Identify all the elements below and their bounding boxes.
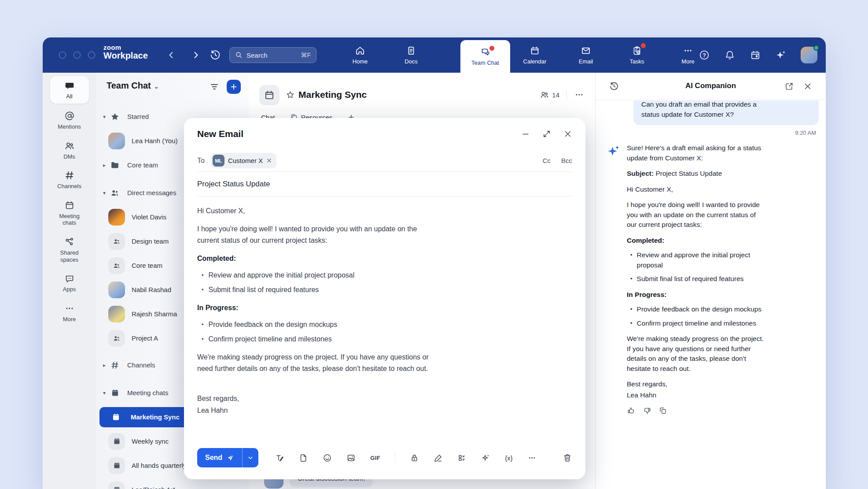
meeting-calendar-icon [108, 433, 125, 450]
rail-item-apps[interactable]: Apps [43, 273, 96, 293]
hash-icon [108, 360, 121, 370]
avatar [108, 282, 125, 298]
rail-item-more[interactable]: More [43, 303, 96, 323]
email-body-editor[interactable]: Hi Customer X, I hope you're doing well!… [197, 196, 523, 416]
copy-icon[interactable] [658, 406, 667, 415]
app-window: zoom Workplace Search ⌘F Home Do [43, 37, 826, 489]
form-icon[interactable] [457, 453, 467, 463]
group-avatar-icon [108, 257, 125, 274]
filter-icon[interactable] [209, 82, 220, 92]
svg-text:E: E [414, 458, 416, 460]
avatar [108, 133, 125, 149]
open-in-window-icon[interactable] [784, 82, 794, 91]
rail-item-dms[interactable]: DMs [43, 141, 96, 160]
close-window-button[interactable] [59, 52, 66, 59]
minimize-window-button[interactable] [74, 52, 81, 59]
expand-icon[interactable] [542, 130, 551, 138]
more-icon [683, 45, 693, 56]
more-options-icon[interactable] [527, 453, 537, 463]
email-icon [581, 45, 591, 56]
nav-home[interactable]: Home [346, 37, 374, 73]
docs-icon [406, 45, 416, 56]
star-outline-icon[interactable] [286, 90, 295, 100]
gif-icon[interactable]: GIF [370, 455, 380, 461]
to-field[interactable]: To ML Customer X Cc Bcc [197, 150, 572, 172]
notifications-icon[interactable] [724, 49, 736, 61]
nav-email[interactable]: Email [572, 37, 600, 73]
caret-down-icon[interactable]: ▾ [100, 114, 108, 120]
caret-right-icon[interactable]: ▸ [100, 362, 108, 368]
rail-item-channels[interactable]: Channels [43, 170, 96, 190]
response-feedback [627, 406, 819, 415]
topbar: zoom Workplace Search ⌘F Home Do [43, 37, 826, 73]
nav-tasks[interactable]: Tasks [623, 37, 651, 73]
rail-item-meeting-chats[interactable]: Meeting chats [43, 200, 96, 226]
channel-more-icon[interactable] [574, 89, 585, 100]
caret-right-icon[interactable]: ▸ [100, 162, 108, 168]
hash-icon [64, 170, 75, 181]
encrypt-icon[interactable]: E [410, 453, 419, 463]
nav-calendar[interactable]: Calendar [521, 37, 549, 73]
ai-companion-icon[interactable] [775, 49, 787, 61]
template-icon[interactable] [299, 453, 308, 463]
cc-button[interactable]: Cc [543, 157, 551, 164]
close-icon[interactable] [563, 130, 572, 138]
forward-button[interactable] [191, 50, 201, 60]
shared-spaces-icon [64, 237, 75, 247]
star-icon [108, 112, 121, 122]
ai-companion-panel: AI Companion Can you draft an email that… [595, 73, 826, 489]
nav-more[interactable]: More [674, 37, 702, 73]
zoom-window-button[interactable] [88, 52, 95, 59]
window-traffic-lights[interactable] [59, 52, 95, 59]
rail-item-all[interactable]: All [50, 76, 89, 104]
thumbs-down-icon[interactable] [643, 406, 651, 415]
history-icon[interactable] [209, 49, 221, 61]
minimize-icon[interactable] [521, 130, 530, 138]
nav-docs[interactable]: Docs [397, 37, 425, 73]
nav-team-chat[interactable]: Team Chat [460, 40, 510, 73]
emoji-icon[interactable] [323, 453, 332, 463]
people-icon [64, 141, 75, 151]
ai-compose-icon[interactable] [481, 453, 490, 463]
group-avatar-icon [108, 233, 125, 250]
meeting-calendar-icon [108, 388, 121, 397]
search-input[interactable]: Search ⌘F [229, 47, 316, 63]
caret-down-icon[interactable]: ▾ [100, 390, 108, 396]
variables-icon[interactable]: {x} [505, 454, 513, 462]
caret-down-icon[interactable]: ▾ [100, 190, 108, 196]
recipient-chip[interactable]: ML Customer X [211, 153, 276, 168]
back-button[interactable] [166, 50, 177, 60]
compose-toolbar: Send GIF E {x} [197, 448, 572, 468]
send-button-group[interactable]: Send [197, 448, 258, 467]
new-chat-button[interactable] [227, 80, 241, 94]
close-icon[interactable] [803, 82, 813, 91]
bcc-button[interactable]: Bcc [561, 157, 572, 164]
meeting-calendar-icon [64, 200, 75, 211]
thumbs-up-icon[interactable] [627, 406, 636, 415]
list-item: Review and approve the initial project p… [202, 270, 523, 281]
avatar [108, 306, 125, 322]
folder-icon [108, 160, 121, 170]
rail-item-mentions[interactable]: Mentions [43, 111, 96, 130]
new-email-modal: New Email To ML Customer X Cc Bcc Projec… [184, 118, 585, 479]
team-chat-title[interactable]: Team Chat ⌄ [107, 81, 159, 91]
subject-field[interactable]: Project Status Update [197, 172, 572, 196]
user-avatar[interactable] [801, 47, 817, 63]
delete-draft-icon[interactable] [563, 453, 572, 463]
remove-recipient-icon[interactable] [266, 158, 272, 163]
mention-icon [64, 111, 75, 121]
member-count[interactable]: 14 [540, 90, 559, 100]
signature-icon[interactable] [434, 453, 443, 463]
send-options-button[interactable] [243, 448, 258, 467]
schedule-icon[interactable] [750, 49, 761, 61]
help-icon[interactable]: ? [699, 49, 710, 61]
tasks-badge [641, 43, 646, 48]
recipient-avatar: ML [213, 155, 224, 167]
ai-conversation: Can you draft an email that provides a s… [596, 100, 826, 489]
send-button[interactable]: Send [197, 448, 243, 467]
ai-companion-header: AI Companion [596, 73, 826, 100]
text-format-icon[interactable] [275, 453, 284, 463]
image-icon[interactable] [346, 453, 356, 463]
left-rail: All Mentions DMs Channels Meeting chats … [43, 73, 96, 489]
rail-item-shared-spaces[interactable]: Shared spaces [43, 237, 96, 263]
